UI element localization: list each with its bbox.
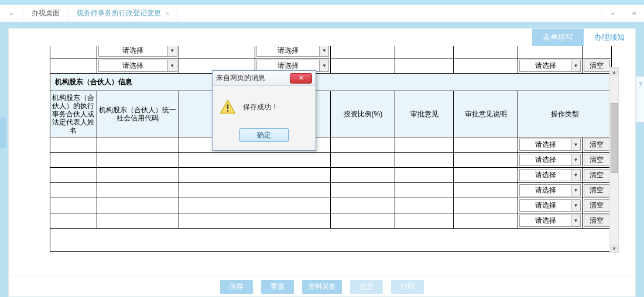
warning-icon bbox=[220, 99, 236, 115]
clear-button[interactable]: 清空 bbox=[584, 215, 610, 227]
menu-icon[interactable]: ≡ bbox=[624, 5, 644, 22]
dialog-ok-button[interactable]: 确定 bbox=[239, 128, 289, 142]
close-icon[interactable]: × bbox=[166, 10, 169, 17]
subtab-form[interactable]: 表单填写 bbox=[532, 29, 584, 46]
chevron-down-icon[interactable]: ▼ bbox=[320, 60, 329, 72]
select-text[interactable]: 请选择 bbox=[98, 60, 168, 72]
select-text[interactable]: 请选择 bbox=[519, 139, 571, 151]
left-drawer-handle[interactable] bbox=[0, 117, 6, 148]
right-drawer-handle[interactable]: ？ bbox=[636, 76, 644, 123]
dialog-title: 来自网页的消息 bbox=[216, 73, 265, 83]
svg-rect-2 bbox=[227, 110, 228, 112]
clear-button[interactable]: 清空 bbox=[584, 199, 610, 212]
data-table: 请选择 ▼ 请选择 ▼ bbox=[50, 46, 612, 252]
save-button[interactable]: 保存 bbox=[220, 280, 253, 294]
collect-button[interactable]: 资料采集 bbox=[302, 280, 342, 294]
chevron-down-icon[interactable]: ▼ bbox=[168, 46, 177, 57]
tab-home[interactable]: 办税桌面 bbox=[23, 5, 68, 22]
workspace: 表单填写 办理须知 请选择 ▼ 请选择 bbox=[8, 28, 636, 297]
reset-button[interactable]: 重置 bbox=[261, 280, 294, 294]
select-text[interactable]: 请选择 bbox=[98, 46, 168, 57]
tabs-scroll-left[interactable]: « bbox=[0, 5, 23, 22]
clear-button[interactable]: 清空 bbox=[584, 169, 610, 181]
select-text[interactable]: 请选择 bbox=[519, 184, 571, 196]
select-text[interactable]: 请选择 bbox=[256, 46, 320, 57]
chevron-down-icon[interactable]: ▼ bbox=[571, 169, 581, 181]
subtab-notice[interactable]: 办理须知 bbox=[584, 29, 635, 46]
select-text[interactable]: 请选择 bbox=[519, 169, 571, 181]
tabs-scroll-right[interactable]: » bbox=[601, 5, 624, 22]
dialog-titlebar[interactable]: 来自网页的消息 ✕ bbox=[213, 71, 316, 86]
chevron-down-icon[interactable]: ▼ bbox=[571, 184, 581, 196]
tabs-row: « 办税桌面 税务师事务所行政登记变更 × » ≡ bbox=[0, 5, 644, 22]
select-text[interactable]: 请选择 bbox=[519, 154, 571, 166]
select-text[interactable]: 请选择 bbox=[519, 60, 571, 72]
chevron-down-icon[interactable]: ▼ bbox=[571, 139, 581, 151]
tab-active[interactable]: 税务师事务所行政登记变更 × bbox=[68, 5, 178, 22]
select-text[interactable]: 请选择 bbox=[519, 215, 571, 227]
col-header: 操作类型 bbox=[518, 91, 612, 137]
chevron-down-icon[interactable]: ▼ bbox=[168, 60, 177, 72]
clear-button[interactable]: 清空 bbox=[584, 184, 610, 196]
col-header: 机构股东（合伙人）统一社会信用代码 bbox=[97, 91, 179, 137]
col-header: 审批意见说明 bbox=[454, 91, 518, 137]
subtabs: 表单填写 办理须知 bbox=[9, 29, 635, 46]
scroll-down-icon[interactable]: ▼ bbox=[610, 244, 618, 253]
col-header: 机构股东（合伙人）的执行事务合伙人或法定代表人姓名 bbox=[50, 91, 97, 137]
submit-button[interactable]: 提交 bbox=[350, 280, 383, 294]
section-title: 机构股东（合伙人）信息 bbox=[50, 74, 612, 91]
col-header: 投资比例(%) bbox=[331, 91, 395, 137]
tab-active-label: 税务师事务所行政登记变更 bbox=[77, 8, 161, 18]
dialog-close-button[interactable]: ✕ bbox=[290, 73, 312, 84]
vertical-scrollbar[interactable]: ▲ ▼ bbox=[609, 67, 619, 253]
message-dialog: 来自网页的消息 ✕ 保存成功！ 确定 bbox=[212, 70, 316, 151]
chevron-down-icon[interactable]: ▼ bbox=[571, 60, 581, 72]
footer-actions: 保存 重置 资料采集 提交 打印 bbox=[9, 277, 635, 296]
svg-rect-1 bbox=[227, 105, 228, 109]
select-text[interactable]: 请选择 bbox=[519, 199, 571, 212]
clear-button[interactable]: 清空 bbox=[584, 154, 610, 166]
scroll-thumb[interactable] bbox=[611, 103, 618, 173]
scroll-up-icon[interactable]: ▲ bbox=[610, 68, 618, 76]
clear-button[interactable]: 清空 bbox=[584, 60, 610, 72]
col-header: 审批意见 bbox=[395, 91, 454, 137]
clear-button[interactable]: 清空 bbox=[584, 139, 610, 151]
chevron-down-icon[interactable]: ▼ bbox=[571, 154, 581, 166]
print-button[interactable]: 打印 bbox=[391, 280, 424, 294]
chevron-down-icon[interactable]: ▼ bbox=[320, 46, 329, 57]
chevron-down-icon[interactable]: ▼ bbox=[571, 215, 581, 227]
chevron-down-icon[interactable]: ▼ bbox=[571, 199, 581, 212]
dialog-message: 保存成功！ bbox=[243, 102, 278, 112]
content-area: 请选择 ▼ 请选择 ▼ bbox=[9, 46, 635, 277]
